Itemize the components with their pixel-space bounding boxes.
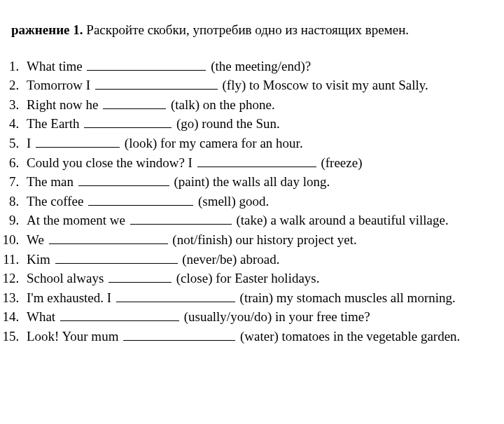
blank-line xyxy=(197,153,316,167)
list-item: The coffee (smell) good. xyxy=(22,192,504,211)
blank-line xyxy=(49,230,168,244)
sentence-post: (not/finish) our history project yet. xyxy=(169,232,357,247)
list-item: School always (close) for Easter holiday… xyxy=(22,269,504,288)
sentence-post: (usually/you/do) in your free time? xyxy=(181,309,370,324)
sentence-pre: I'm exhausted. I xyxy=(27,290,115,305)
sentence-pre: Look! Your mum xyxy=(27,329,122,344)
sentence-post: (go) round the Sun. xyxy=(173,116,280,131)
sentence-pre: What xyxy=(27,309,59,324)
sentence-pre: The coffee xyxy=(27,194,87,209)
sentence-post: (paint) the walls all day long. xyxy=(171,174,330,189)
sentence-pre: We xyxy=(27,232,48,247)
blank-line xyxy=(60,307,179,321)
list-item: What (usually/you/do) in your free time? xyxy=(22,307,504,327)
blank-line xyxy=(103,95,166,109)
blank-line xyxy=(95,76,218,90)
sentence-pre: The man xyxy=(27,174,77,189)
list-item: Right now he (talk) on the phone. xyxy=(22,95,504,115)
blank-line xyxy=(130,211,232,225)
sentence-post: (water) tomatoes in the vegetable garden… xyxy=(237,329,460,344)
sentence-post: (look) for my camera for an hour. xyxy=(121,136,303,150)
exercise-label: ражнение 1. xyxy=(11,22,83,37)
sentence-pre: School always xyxy=(27,271,107,285)
sentence-post: (fly) to Moscow to visit my aunt Sally. xyxy=(219,78,428,92)
blank-line xyxy=(88,192,193,206)
list-item: I (look) for my camera for an hour. xyxy=(22,134,504,153)
blank-line xyxy=(36,134,120,148)
blank-line xyxy=(87,57,206,71)
list-item: At the moment we (take) a walk around a … xyxy=(22,211,504,230)
sentence-pre: Could you close the window? I xyxy=(27,155,196,170)
list-item: What time (the meeting/end)? xyxy=(22,57,504,76)
list-item: Look! Your mum (water) tomatoes in the v… xyxy=(22,327,504,346)
exercise-heading: ражнение 1. Раскройте скобки, употребив … xyxy=(11,21,504,40)
sentence-post: (smell) good. xyxy=(195,194,269,209)
blank-line xyxy=(55,250,178,264)
blank-line xyxy=(123,327,235,341)
sentence-post: (talk) on the phone. xyxy=(167,97,275,112)
blank-line xyxy=(78,172,169,186)
list-item: The Earth (go) round the Sun. xyxy=(22,114,504,134)
sentence-pre: Kim xyxy=(27,252,54,267)
sentence-pre: At the moment we xyxy=(27,213,129,227)
blank-line xyxy=(108,269,172,283)
list-item: I'm exhausted. I (train) my stomach musc… xyxy=(22,288,504,308)
blank-line xyxy=(116,288,235,302)
sentence-pre: Right now he xyxy=(27,97,102,112)
list-item: Kim (never/be) abroad. xyxy=(22,250,504,269)
sentence-post: (close) for Easter holidays. xyxy=(173,271,319,285)
blank-line xyxy=(84,114,172,128)
sentence-post: (the meeting/end)? xyxy=(207,59,311,73)
exercise-list: What time (the meeting/end)?Tomorrow I (… xyxy=(8,57,504,346)
sentence-pre: What time xyxy=(27,59,85,73)
sentence-post: (train) my stomach muscles all morning. xyxy=(237,290,456,305)
list-item: Tomorrow I (fly) to Moscow to visit my a… xyxy=(22,76,504,95)
sentence-post: (freeze) xyxy=(318,155,363,170)
sentence-post: (take) a walk around a beautiful village… xyxy=(233,213,449,227)
exercise-instruction: Раскройте скобки, употребив одно из наст… xyxy=(86,22,409,37)
sentence-post: (never/be) abroad. xyxy=(179,252,280,267)
sentence-pre: Tomorrow I xyxy=(27,78,94,92)
list-item: Could you close the window? I (freeze) xyxy=(22,153,504,173)
sentence-pre: The Earth xyxy=(27,116,83,131)
sentence-pre: I xyxy=(27,136,34,150)
list-item: We (not/finish) our history project yet. xyxy=(22,230,504,250)
list-item: The man (paint) the walls all day long. xyxy=(22,172,504,192)
